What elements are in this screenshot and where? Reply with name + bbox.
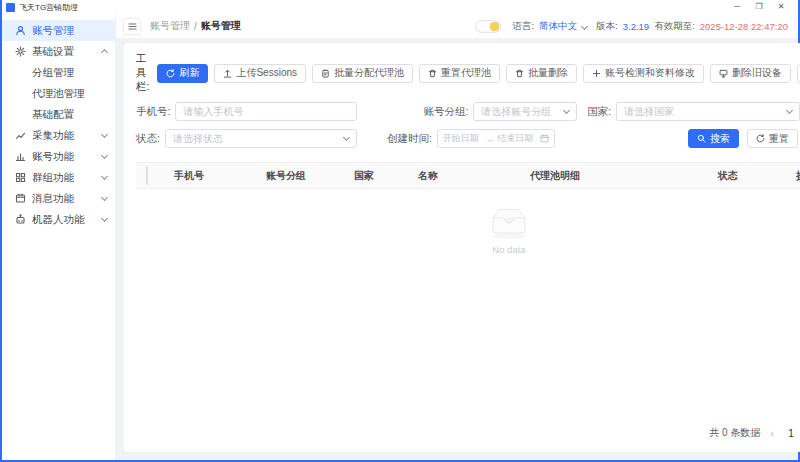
group-select[interactable]: 请选择账号分组 — [473, 102, 577, 121]
date-range-picker[interactable]: 开始日期 → 结束日期 — [437, 129, 555, 148]
sidebar-item-message-functions[interactable]: 消息功能 — [2, 188, 115, 209]
sidebar-item-basic-config[interactable]: 基础配置 — [2, 104, 115, 125]
sidebar-item-basic-settings[interactable]: 基础设置 — [2, 41, 115, 62]
sidebar-item-account-management[interactable]: 账号管理 — [2, 20, 115, 41]
minimize-button[interactable]: ─ — [726, 0, 748, 14]
refresh-button[interactable]: 刷新 — [157, 64, 208, 83]
country-select[interactable]: 请选择国家 — [616, 102, 800, 121]
pagination-total: 共 0 条数据 — [709, 426, 760, 440]
reset-proxy-button[interactable]: 重置代理池 — [419, 64, 500, 83]
trash-icon — [515, 69, 524, 78]
status-select[interactable]: 请选择状态 — [165, 129, 357, 148]
chevron-down-icon — [581, 22, 588, 29]
language-label: 语言: — [512, 20, 534, 33]
title-bar: 飞天TG营销助理 ─ ❐ ✕ — [2, 0, 798, 14]
status-label: 状态: — [136, 132, 160, 146]
sidebar-item-group-functions[interactable]: 群组功能 — [2, 167, 115, 188]
date-start[interactable]: 开始日期 — [443, 132, 483, 145]
column-header-proxy-detail: 代理池明细 — [526, 169, 714, 183]
chevron-down-icon — [786, 107, 793, 114]
sidebar-item-group-management[interactable]: 分组管理 — [2, 62, 115, 83]
toolbar: 工具栏: 刷新 上传Sessions 批量分配代理池 — [136, 52, 800, 94]
upload-icon — [223, 69, 232, 78]
column-header-status: 状态 — [714, 169, 792, 183]
column-header-name: 名称 — [414, 169, 526, 183]
sidebar-item-collect[interactable]: 采集功能 — [2, 125, 115, 146]
upload-sessions-button[interactable]: 上传Sessions — [214, 64, 306, 83]
gear-icon — [14, 46, 26, 58]
chevron-down-icon — [101, 131, 108, 138]
select-all-checkbox[interactable] — [146, 166, 148, 185]
delete-old-devices-button[interactable]: 删除旧设备 — [710, 64, 791, 83]
sidebar-item-label: 采集功能 — [32, 129, 102, 143]
chevron-down-icon — [101, 152, 108, 159]
account-check-modify-button[interactable]: 账号检测和资料修改 — [583, 64, 704, 83]
menu-button[interactable] — [124, 19, 140, 34]
sidebar-item-label: 基础设置 — [32, 45, 102, 59]
batch-assign-proxy-button[interactable]: 批量分配代理池 — [312, 64, 413, 83]
sidebar-item-label: 账号管理 — [32, 24, 107, 38]
version-value: 3.2.19 — [623, 21, 649, 32]
chevron-down-icon — [101, 215, 108, 222]
phone-label: 手机号: — [136, 105, 170, 119]
batch-delete-button[interactable]: 批量删除 — [506, 64, 577, 83]
version-label: 版本: — [596, 20, 618, 33]
sidebar-item-label: 消息功能 — [32, 192, 102, 206]
chevron-up-icon — [101, 49, 108, 56]
app-icon — [6, 3, 15, 12]
breadcrumb-current: 账号管理 — [201, 19, 241, 33]
clipboard-icon — [321, 69, 330, 78]
sidebar: 账号管理 基础设置 分组管理 代理池管理 基础配置 采集功能 — [2, 14, 116, 460]
refresh-icon — [166, 69, 175, 78]
breadcrumb-root[interactable]: 账号管理 — [150, 19, 190, 33]
sidebar-item-label: 账号功能 — [32, 150, 102, 164]
language-select[interactable]: 简体中文 — [539, 20, 577, 33]
column-header-group: 账号分组 — [262, 169, 350, 183]
filter-row-2: 状态: 请选择状态 创建时间: 开始日期 → 结束日期 — [136, 129, 800, 148]
chevron-down-icon — [101, 173, 108, 180]
phone-input-wrap — [175, 102, 357, 121]
chevron-down-icon — [563, 107, 570, 114]
sun-icon — [490, 22, 499, 31]
chevron-down-icon — [101, 194, 108, 201]
theme-toggle[interactable] — [475, 20, 501, 33]
search-button[interactable]: 搜索 — [688, 129, 739, 148]
reset-button[interactable]: 重置 — [747, 129, 798, 148]
country-label: 国家: — [587, 105, 611, 119]
expiry-label: 有效期至: — [654, 20, 695, 33]
user-icon — [14, 25, 26, 37]
reset-icon — [428, 69, 437, 78]
bar-chart-icon — [14, 151, 26, 163]
filter-row-1: 手机号: 账号分组: 请选择账号分组 国家: 请选择国家 — [136, 102, 800, 121]
plus-icon — [592, 69, 601, 78]
app-window: 飞天TG营销助理 ─ ❐ ✕ 账号管理 基础设置 分组管理 代理池管理 基 — [0, 0, 800, 462]
grid-icon — [14, 172, 26, 184]
message-icon — [14, 193, 26, 205]
search-icon — [697, 134, 706, 143]
table-empty-state: No data — [136, 189, 800, 420]
group-label: 账号分组: — [423, 105, 468, 119]
prev-page-button[interactable]: ‹ — [770, 427, 774, 439]
empty-text: No data — [492, 244, 525, 255]
window-title: 飞天TG营销助理 — [19, 2, 78, 13]
phone-input[interactable] — [183, 106, 349, 117]
current-page[interactable]: 1 — [784, 428, 798, 439]
close-button[interactable]: ✕ — [770, 0, 792, 14]
breadcrumb: 账号管理 / 账号管理 — [150, 19, 241, 33]
account-management-panel: 工具栏: 刷新 上传Sessions 批量分配代理池 — [124, 43, 800, 452]
pagination: 共 0 条数据 ‹ 1 › 20条/页 — [136, 420, 800, 446]
topbar: 账号管理 / 账号管理 语言: 简体中文 版本: 3.2.19 有效期至: 20… — [116, 14, 798, 38]
calendar-icon — [540, 134, 549, 143]
sidebar-item-label: 群组功能 — [32, 171, 102, 185]
empty-box-icon — [484, 203, 534, 241]
column-header-country: 国家 — [350, 169, 414, 183]
sidebar-item-proxy-pool-management[interactable]: 代理池管理 — [2, 83, 115, 104]
column-header-actions: 操作 — [792, 169, 800, 183]
breadcrumb-separator: / — [194, 21, 197, 32]
maximize-button[interactable]: ❐ — [748, 0, 770, 14]
device-icon — [719, 69, 728, 78]
sidebar-item-account-functions[interactable]: 账号功能 — [2, 146, 115, 167]
date-end[interactable]: 结束日期 — [497, 132, 537, 145]
sidebar-item-robot-functions[interactable]: 机器人功能 — [2, 209, 115, 230]
table-header: 手机号 账号分组 国家 名称 代理池明细 状态 操作 — [136, 162, 800, 189]
